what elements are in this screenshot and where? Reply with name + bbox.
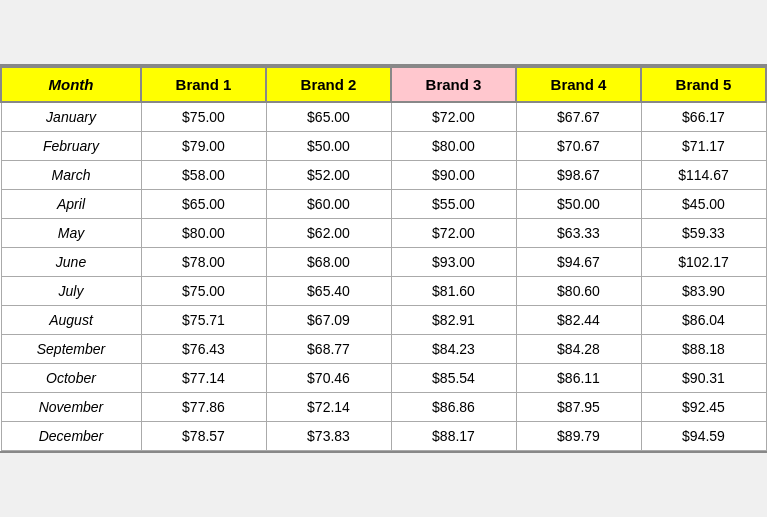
cell-month: November (1, 393, 141, 422)
cell-brand1: $77.86 (141, 393, 266, 422)
cell-brand2: $60.00 (266, 190, 391, 219)
table-row: May$80.00$62.00$72.00$63.33$59.33 (1, 219, 766, 248)
table-row: February$79.00$50.00$80.00$70.67$71.17 (1, 132, 766, 161)
cell-brand4: $82.44 (516, 306, 641, 335)
cell-month: October (1, 364, 141, 393)
cell-brand4: $87.95 (516, 393, 641, 422)
cell-month: August (1, 306, 141, 335)
cell-brand5: $83.90 (641, 277, 766, 306)
table-row: April$65.00$60.00$55.00$50.00$45.00 (1, 190, 766, 219)
cell-brand1: $78.00 (141, 248, 266, 277)
cell-brand3: $85.54 (391, 364, 516, 393)
cell-brand4: $94.67 (516, 248, 641, 277)
cell-brand3: $86.86 (391, 393, 516, 422)
cell-month: May (1, 219, 141, 248)
table-row: July$75.00$65.40$81.60$80.60$83.90 (1, 277, 766, 306)
header-brand5: Brand 5 (641, 67, 766, 102)
cell-brand5: $92.45 (641, 393, 766, 422)
cell-brand2: $52.00 (266, 161, 391, 190)
cell-brand4: $89.79 (516, 422, 641, 451)
cell-brand1: $79.00 (141, 132, 266, 161)
cell-brand4: $67.67 (516, 102, 641, 132)
cell-brand3: $81.60 (391, 277, 516, 306)
cell-month: July (1, 277, 141, 306)
cell-brand2: $72.14 (266, 393, 391, 422)
cell-brand2: $68.77 (266, 335, 391, 364)
cell-brand4: $98.67 (516, 161, 641, 190)
cell-brand4: $70.67 (516, 132, 641, 161)
cell-brand4: $80.60 (516, 277, 641, 306)
cell-brand4: $63.33 (516, 219, 641, 248)
cell-brand3: $80.00 (391, 132, 516, 161)
cell-brand2: $50.00 (266, 132, 391, 161)
cell-brand5: $45.00 (641, 190, 766, 219)
cell-month: April (1, 190, 141, 219)
cell-brand1: $78.57 (141, 422, 266, 451)
table-row: October$77.14$70.46$85.54$86.11$90.31 (1, 364, 766, 393)
cell-brand3: $82.91 (391, 306, 516, 335)
cell-brand5: $88.18 (641, 335, 766, 364)
table-row: November$77.86$72.14$86.86$87.95$92.45 (1, 393, 766, 422)
header-month: Month (1, 67, 141, 102)
table-row: June$78.00$68.00$93.00$94.67$102.17 (1, 248, 766, 277)
cell-brand3: $72.00 (391, 102, 516, 132)
cell-brand5: $86.04 (641, 306, 766, 335)
cell-brand4: $50.00 (516, 190, 641, 219)
cell-brand1: $75.71 (141, 306, 266, 335)
cell-brand2: $65.00 (266, 102, 391, 132)
cell-brand1: $77.14 (141, 364, 266, 393)
cell-brand1: $76.43 (141, 335, 266, 364)
cell-brand1: $65.00 (141, 190, 266, 219)
cell-brand5: $71.17 (641, 132, 766, 161)
header-brand1: Brand 1 (141, 67, 266, 102)
cell-brand2: $70.46 (266, 364, 391, 393)
cell-month: June (1, 248, 141, 277)
cell-brand4: $84.28 (516, 335, 641, 364)
cell-brand5: $114.67 (641, 161, 766, 190)
cell-brand2: $62.00 (266, 219, 391, 248)
table-row: March$58.00$52.00$90.00$98.67$114.67 (1, 161, 766, 190)
cell-brand3: $72.00 (391, 219, 516, 248)
cell-brand2: $65.40 (266, 277, 391, 306)
cell-month: March (1, 161, 141, 190)
header-row: Month Brand 1 Brand 2 Brand 3 Brand 4 Br… (1, 67, 766, 102)
cell-brand5: $102.17 (641, 248, 766, 277)
cell-brand4: $86.11 (516, 364, 641, 393)
cell-brand2: $67.09 (266, 306, 391, 335)
cell-brand3: $55.00 (391, 190, 516, 219)
cell-brand3: $84.23 (391, 335, 516, 364)
cell-month: September (1, 335, 141, 364)
cell-brand5: $90.31 (641, 364, 766, 393)
cell-brand3: $93.00 (391, 248, 516, 277)
cell-month: December (1, 422, 141, 451)
header-brand3: Brand 3 (391, 67, 516, 102)
cell-brand1: $75.00 (141, 277, 266, 306)
cell-brand3: $90.00 (391, 161, 516, 190)
cell-brand2: $73.83 (266, 422, 391, 451)
table-row: January$75.00$65.00$72.00$67.67$66.17 (1, 102, 766, 132)
cell-brand1: $80.00 (141, 219, 266, 248)
cell-brand5: $59.33 (641, 219, 766, 248)
cell-brand5: $66.17 (641, 102, 766, 132)
cell-brand1: $58.00 (141, 161, 266, 190)
header-brand2: Brand 2 (266, 67, 391, 102)
table-row: September$76.43$68.77$84.23$84.28$88.18 (1, 335, 766, 364)
table-row: December$78.57$73.83$88.17$89.79$94.59 (1, 422, 766, 451)
header-brand4: Brand 4 (516, 67, 641, 102)
cell-brand1: $75.00 (141, 102, 266, 132)
cell-brand5: $94.59 (641, 422, 766, 451)
cell-month: January (1, 102, 141, 132)
cell-brand3: $88.17 (391, 422, 516, 451)
cell-month: February (1, 132, 141, 161)
data-table: Month Brand 1 Brand 2 Brand 3 Brand 4 Br… (0, 64, 767, 453)
table-row: August$75.71$67.09$82.91$82.44$86.04 (1, 306, 766, 335)
cell-brand2: $68.00 (266, 248, 391, 277)
